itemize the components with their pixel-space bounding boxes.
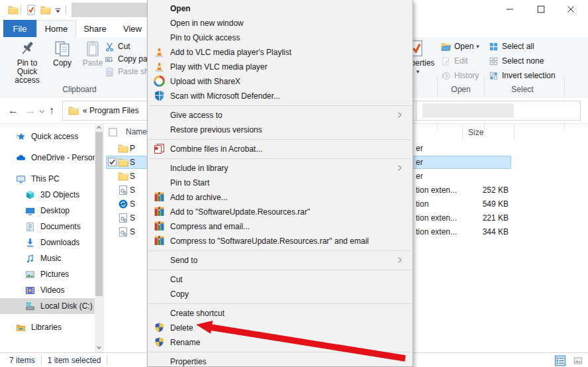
- sidebar-item-downloads[interactable]: Downloads: [0, 235, 95, 250]
- tab-home[interactable]: Home: [36, 20, 76, 37]
- dll-file-icon: [118, 213, 128, 223]
- maximize-button[interactable]: [531, 1, 551, 17]
- menu-item-send-to[interactable]: Send to: [148, 253, 413, 268]
- scroll-down-icon[interactable]: [95, 344, 103, 351]
- menu-item-include-in-library[interactable]: Include in library: [148, 161, 413, 176]
- forward-arrow-icon[interactable]: →: [25, 105, 36, 116]
- pane-divider: [103, 123, 104, 352]
- open-dropdown-icon[interactable]: ▾: [476, 43, 479, 50]
- select-none-button[interactable]: Select none: [489, 55, 544, 67]
- menu-separator: [149, 270, 411, 270]
- history-button[interactable]: History: [441, 70, 479, 81]
- sidebar-item-libraries[interactable]: Libraries: [0, 319, 95, 335]
- videos-icon: [25, 286, 35, 295]
- breadcrumb[interactable]: « Program Files: [83, 106, 139, 115]
- sidebar-item-onedrive-personal[interactable]: OneDrive - Personal: [0, 150, 95, 166]
- search-box[interactable]: [416, 101, 581, 121]
- sidebar-item-documents[interactable]: Documents: [0, 219, 95, 235]
- size-column-header[interactable]: Size: [462, 125, 514, 140]
- pin-to-quick-access-button[interactable]: Pin to Quick access: [8, 40, 46, 85]
- select-all-button[interactable]: Select all: [489, 40, 534, 52]
- menu-item-play-with-vlc-media-player[interactable]: Play with VLC media player: [148, 60, 413, 74]
- details-view-button[interactable]: [552, 355, 568, 366]
- menu-item-delete[interactable]: Delete: [148, 321, 413, 335]
- tab-share[interactable]: Share: [76, 20, 114, 37]
- menu-item-scan-with-microsoft-defender[interactable]: Scan with Microsoft Defender...: [148, 89, 413, 103]
- scrollbar-thumb[interactable]: [95, 132, 103, 296]
- tab-view[interactable]: View: [114, 20, 151, 37]
- select-all-checkbox[interactable]: [109, 128, 117, 136]
- menu-item-label: Pin to Quick access: [170, 33, 240, 42]
- pictures-icon: [25, 270, 35, 280]
- vlc-icon: [154, 61, 165, 72]
- select-group-label: Select: [484, 85, 561, 94]
- tab-file[interactable]: File: [3, 20, 36, 37]
- paste-shortcut-icon: [105, 67, 115, 77]
- menu-item-copy[interactable]: Copy: [148, 287, 413, 301]
- file-name-fragment: S: [130, 213, 135, 223]
- invert-selection-button[interactable]: Invert selection: [489, 70, 556, 81]
- selection-count: 1 item selected: [48, 356, 101, 365]
- menu-item-pin-to-start[interactable]: Pin to Start: [148, 176, 413, 190]
- qat-dropdown-icon[interactable]: [54, 6, 62, 15]
- sidebar-item-this-pc[interactable]: This PC: [0, 171, 95, 187]
- sidebar-item-music[interactable]: Music: [0, 250, 95, 266]
- menu-item-cut[interactable]: Cut: [148, 272, 413, 287]
- file-size: 344 KB: [464, 227, 509, 236]
- menu-item-open-in-new-window[interactable]: Open in new window: [148, 16, 413, 30]
- svg-text:W: W: [107, 57, 110, 61]
- menu-item-label: Create shortcut: [170, 309, 224, 318]
- properties-dropdown-icon[interactable]: ▾: [416, 68, 420, 76]
- copy-label: Copy: [53, 59, 72, 68]
- cut-button[interactable]: Cut: [105, 40, 130, 52]
- close-icon: [566, 5, 575, 14]
- recent-locations-icon[interactable]: [38, 108, 46, 115]
- menu-item-compress-to-softwareupdate-resources-rar-and-email[interactable]: Compress to "SoftwareUpdate.Resources.ra…: [148, 234, 413, 248]
- navigation-pane: Quick accessOneDrive - PersonalThis PC3D…: [0, 123, 95, 352]
- up-arrow-icon[interactable]: ↑: [49, 105, 54, 116]
- menu-item-label: Open in new window: [170, 19, 244, 28]
- scroll-up-icon[interactable]: [95, 124, 103, 131]
- sidebar-item-3d-objects[interactable]: 3D Objects: [0, 187, 95, 203]
- menu-item-label: Pin to Start: [170, 178, 209, 187]
- check-doc-icon[interactable]: [26, 5, 36, 15]
- copy-button[interactable]: Copy: [48, 40, 77, 68]
- menu-item-rename[interactable]: Rename: [148, 335, 413, 350]
- menu-item-give-access-to[interactable]: Give access to: [148, 108, 413, 123]
- menu-item-properties[interactable]: Properties: [148, 354, 413, 367]
- menu-item-combine-files-in-acrobat[interactable]: Combine files in Acrobat...: [148, 142, 413, 156]
- menu-item-restore-previous-versions[interactable]: Restore previous versions: [148, 123, 413, 137]
- open-button[interactable]: Open ▾: [441, 40, 479, 52]
- sidebar-item-pictures[interactable]: Pictures: [0, 266, 95, 282]
- large-icons-view-button[interactable]: [572, 356, 584, 365]
- row-checkbox[interactable]: [108, 158, 117, 166]
- menu-item-add-to-vlc-media-player-s-playlist[interactable]: Add to VLC media player's Playlist: [148, 45, 413, 60]
- menu-item-label: Delete: [170, 323, 193, 333]
- menu-item-pin-to-quick-access[interactable]: Pin to Quick access: [148, 30, 413, 45]
- sidebar-item-desktop[interactable]: Desktop: [0, 203, 95, 219]
- menu-item-open[interactable]: Open: [148, 1, 413, 16]
- folder-icon[interactable]: [40, 5, 51, 15]
- sidebar-item-quick-access[interactable]: Quick access: [0, 129, 95, 144]
- menu-item-upload-with-sharex[interactable]: Upload with ShareX: [148, 74, 413, 89]
- sidebar-item-local-disk-c[interactable]: Local Disk (C:): [0, 298, 95, 314]
- paste-button[interactable]: Paste: [78, 40, 107, 68]
- uac-shield-icon: [154, 337, 165, 348]
- close-button[interactable]: [561, 1, 581, 17]
- sidebar-item-videos[interactable]: Videos: [0, 282, 95, 298]
- back-arrow-icon[interactable]: ←: [8, 105, 19, 116]
- copy-icon: [54, 40, 71, 57]
- name-column-header[interactable]: Name: [126, 127, 147, 136]
- menu-item-create-shortcut[interactable]: Create shortcut: [148, 306, 413, 321]
- minimize-button[interactable]: [500, 1, 520, 17]
- sidebar-scrollbar[interactable]: [95, 123, 103, 352]
- menu-item-label: Give access to: [170, 111, 222, 120]
- menu-separator: [149, 158, 411, 159]
- edit-button[interactable]: Edit: [441, 55, 468, 67]
- menu-item-add-to-softwareupdate-resources-rar[interactable]: Add to "SoftwareUpdate.Resources.rar": [148, 205, 413, 219]
- menu-item-label: Upload with ShareX: [170, 77, 240, 86]
- sidebar-item-label: Libraries: [31, 323, 62, 332]
- menu-item-compress-and-email[interactable]: Compress and email...: [148, 219, 413, 234]
- menu-item-add-to-archive[interactable]: Add to archive...: [148, 190, 413, 205]
- music-icon: [25, 254, 35, 264]
